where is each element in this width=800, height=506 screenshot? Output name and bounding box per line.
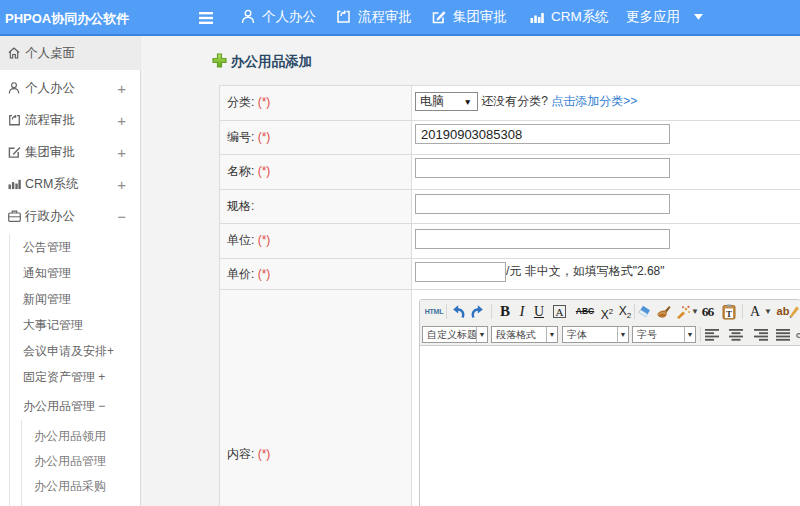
svg-text:T: T	[726, 309, 732, 319]
